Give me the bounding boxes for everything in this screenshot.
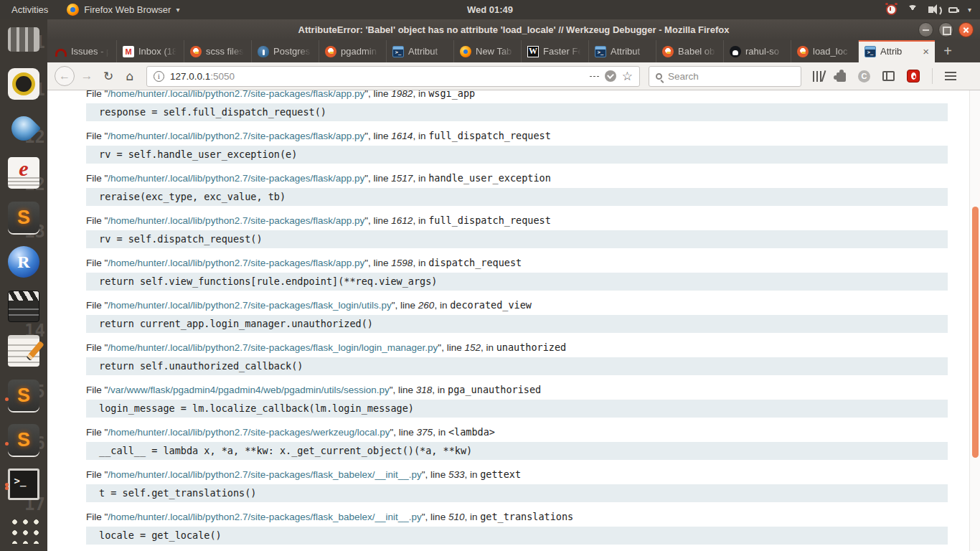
dock-item[interactable] bbox=[3, 156, 44, 189]
page-actions-icon[interactable] bbox=[589, 75, 599, 77]
pocket-icon[interactable] bbox=[605, 70, 616, 82]
home-button[interactable]: ⌂ bbox=[119, 65, 141, 87]
dock-app-icon bbox=[8, 335, 39, 367]
search-placeholder: Search bbox=[668, 71, 699, 82]
dock-item[interactable] bbox=[3, 23, 44, 56]
chevron-down-icon: ▾ bbox=[968, 6, 971, 14]
forward-button[interactable]: → bbox=[76, 65, 98, 87]
browser-tab[interactable]: scss files × bbox=[184, 40, 252, 62]
tab-label: Postgres bbox=[273, 46, 313, 57]
frame-header: File "/home/hunter/.local/lib/python2.7/… bbox=[86, 298, 948, 311]
dock-item[interactable] bbox=[3, 290, 44, 323]
frame-code-line: rv = self.dispatch_request() bbox=[86, 230, 948, 248]
new-tab-button[interactable]: + bbox=[935, 40, 961, 62]
dock-app-icon bbox=[8, 291, 39, 322]
frame-code-line: response = self.full_dispatch_request() bbox=[86, 103, 948, 121]
browser-tab[interactable]: Attribut × bbox=[589, 40, 656, 62]
c-extension-icon[interactable]: C bbox=[858, 70, 870, 83]
scrollbar-thumb[interactable] bbox=[972, 207, 979, 458]
frame-file-path: /home/hunter/.local/lib/python2.7/site-p… bbox=[108, 512, 422, 522]
traceback-frame[interactable]: File "/home/hunter/.local/lib/python2.7/… bbox=[86, 298, 948, 333]
search-bar[interactable]: Search bbox=[649, 66, 801, 87]
dock-item[interactable] bbox=[3, 512, 44, 545]
traceback-frame[interactable]: File "/home/hunter/.local/lib/python2.7/… bbox=[86, 171, 948, 206]
traceback-frame[interactable]: File "/home/hunter/.local/lib/python2.7/… bbox=[86, 425, 948, 460]
dock-item[interactable] bbox=[3, 379, 44, 412]
frame-function-name: pga_unauthorised bbox=[448, 384, 541, 395]
url-bar[interactable]: i 127.0.0.1:5050 ☆ bbox=[146, 66, 640, 87]
reload-button[interactable]: ↻ bbox=[98, 65, 119, 87]
maximize-button[interactable] bbox=[938, 22, 953, 37]
back-button[interactable]: ← bbox=[55, 66, 75, 86]
scrollbar-track[interactable] bbox=[969, 90, 980, 551]
werkzeug-traceback: File "/home/hunter/.local/lib/python2.7/… bbox=[47, 90, 969, 551]
system-tray[interactable]: ▾ bbox=[886, 4, 980, 15]
browser-tab[interactable]: pgadmin × bbox=[319, 40, 387, 62]
extensions-icon[interactable] bbox=[837, 72, 846, 82]
frame-header: File "/var/www/flask/pgadmin4/pgadmin4/w… bbox=[86, 383, 948, 396]
traceback-frame[interactable]: File "/home/hunter/.local/lib/python2.7/… bbox=[86, 510, 948, 545]
url-host: 127.0.0.1 bbox=[170, 71, 210, 82]
tab-close-icon[interactable]: × bbox=[923, 46, 929, 57]
close-button[interactable] bbox=[958, 22, 974, 37]
battery-icon bbox=[948, 7, 958, 13]
traceback-frame[interactable]: File "/home/hunter/.local/lib/python2.7/… bbox=[86, 90, 948, 121]
dock-item[interactable] bbox=[3, 67, 44, 100]
app-menu[interactable]: Firefox Web Browser ▾ bbox=[60, 0, 187, 19]
browser-tab[interactable]: rahul-so × bbox=[724, 40, 791, 62]
red-extension-icon[interactable] bbox=[907, 70, 920, 83]
dock-app-icon bbox=[8, 157, 39, 189]
site-info-icon[interactable]: i bbox=[154, 71, 164, 82]
frame-function-name: unauthorized bbox=[496, 342, 567, 353]
frame-code-line: return self.view_functions[rule.endpoint… bbox=[86, 273, 948, 291]
window-titlebar[interactable]: AttributeError: 'Babel' object has no at… bbox=[47, 19, 980, 40]
browser-tab[interactable]: Faster Fe × bbox=[522, 40, 589, 62]
frame-code-line: return self.unauthorized_callback() bbox=[86, 357, 948, 375]
browser-tab[interactable]: Babel ob × bbox=[656, 40, 724, 62]
frame-line-number: 1598 bbox=[391, 258, 413, 268]
traceback-frame[interactable]: File "/home/hunter/.local/lib/python2.7/… bbox=[86, 341, 948, 375]
dock-item[interactable] bbox=[3, 245, 44, 278]
browser-tab[interactable]: Postgres × bbox=[252, 40, 319, 62]
frame-line-number: 152 bbox=[464, 342, 481, 353]
dock-item[interactable] bbox=[3, 112, 44, 145]
browser-tab[interactable]: Attribut × bbox=[387, 40, 454, 62]
traceback-frame[interactable]: File "/var/www/flask/pgadmin4/pgadmin4/w… bbox=[86, 383, 948, 418]
activities-button[interactable]: Activities bbox=[0, 0, 60, 19]
frame-line-number: 260 bbox=[418, 300, 435, 311]
frame-header: File "/home/hunter/.local/lib/python2.7/… bbox=[86, 341, 948, 354]
browser-tab[interactable]: load_loc × bbox=[791, 40, 859, 62]
traceback-frame[interactable]: File "/home/hunter/.local/lib/python2.7/… bbox=[86, 468, 948, 502]
frame-header: File "/home/hunter/.local/lib/python2.7/… bbox=[86, 425, 948, 438]
traceback-frame[interactable]: File "/home/hunter/.local/lib/python2.7/… bbox=[86, 256, 948, 291]
tab-label: Inbox (18 bbox=[138, 46, 178, 57]
browser-tab[interactable]: Attrib × bbox=[859, 40, 935, 62]
sidebar-toggle-icon[interactable] bbox=[882, 71, 895, 81]
system-top-bar: Activities Firefox Web Browser ▾ Wed 01:… bbox=[0, 0, 980, 19]
frame-code-line: login_message = lm.localize_callback(lm.… bbox=[86, 400, 948, 418]
traceback-frame[interactable]: File "/home/hunter/.local/lib/python2.7/… bbox=[86, 214, 948, 248]
dock-item[interactable] bbox=[3, 468, 44, 501]
browser-tab[interactable]: New Tab × bbox=[454, 40, 522, 62]
tab-label: Issues - p bbox=[71, 46, 110, 57]
tab-favicon bbox=[55, 46, 67, 57]
dock-item[interactable] bbox=[3, 334, 44, 367]
browser-tab[interactable]: Issues - p × bbox=[50, 40, 117, 62]
tab-favicon bbox=[392, 46, 404, 57]
tab-label: Attribut bbox=[408, 46, 448, 57]
dock-app-icon bbox=[8, 246, 39, 278]
frame-header: File "/home/hunter/.local/lib/python2.7/… bbox=[86, 171, 948, 184]
navigation-toolbar: ← → ↻ ⌂ i 127.0.0.1:5050 ☆ Search C bbox=[47, 62, 980, 90]
tab-label: scss files bbox=[206, 46, 245, 57]
browser-tab[interactable]: Inbox (18 × bbox=[117, 40, 184, 62]
menu-hamburger-icon[interactable] bbox=[945, 72, 956, 73]
dock-item[interactable] bbox=[3, 423, 44, 456]
library-icon[interactable] bbox=[813, 71, 824, 82]
frame-code-line: __call__ = lambda x, *a, **kw: x._get_cu… bbox=[86, 442, 948, 460]
bookmark-star-icon[interactable]: ☆ bbox=[622, 69, 633, 84]
frame-function-name: get_translations bbox=[480, 511, 573, 522]
minimize-button[interactable] bbox=[918, 22, 933, 37]
traceback-frame[interactable]: File "/home/hunter/.local/lib/python2.7/… bbox=[86, 129, 948, 164]
dock-item[interactable] bbox=[3, 201, 44, 234]
frame-header: File "/home/hunter/.local/lib/python2.7/… bbox=[86, 90, 948, 100]
